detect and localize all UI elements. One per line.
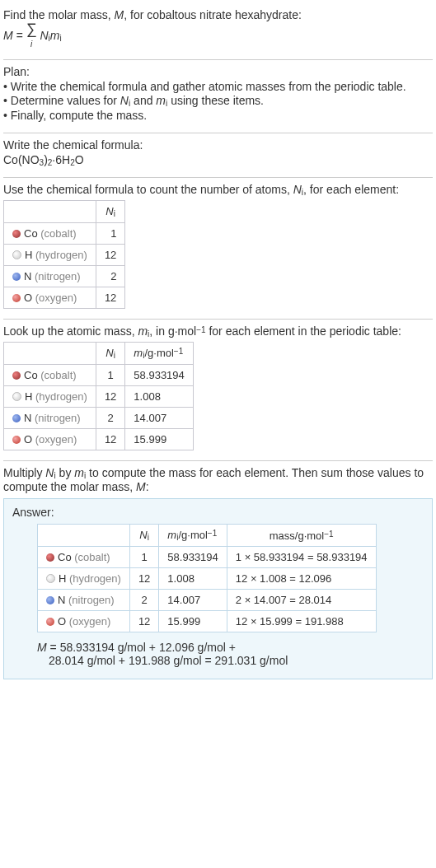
mass-cell: 1 × 58.933194 = 58.933194 <box>227 547 376 568</box>
table-row: H (hydrogen) 12 1.008 12 × 1.008 = 12.09… <box>38 568 377 590</box>
plan-list: • Write the chemical formula and gather … <box>3 80 433 122</box>
mass-section: Look up the atomic mass, mi, in g·mol−1 … <box>3 320 433 461</box>
el-name: (cobalt) <box>40 369 76 381</box>
multiply-line: Multiply Ni by mi to compute the mass fo… <box>3 466 433 493</box>
element-cell: N (nitrogen) <box>4 408 96 429</box>
plan-item2-pre: • Determine values for <box>3 94 120 107</box>
sigma-symbol: ∑ <box>26 21 37 37</box>
plan-item: • Finally, compute the mass. <box>3 109 433 122</box>
intro-rhs: Nimi <box>40 29 61 42</box>
el-sym: Co <box>58 551 72 563</box>
ans-h-blank <box>38 525 130 547</box>
h-N: N <box>105 205 113 217</box>
atom-icon <box>46 574 55 583</box>
n-cell: 2 <box>96 408 124 429</box>
mh-m: m <box>134 347 143 359</box>
ah-N: N <box>139 529 147 541</box>
ans-Ml2: 28.014 g/mol + 191.988 g/mol = 291.031 g… <box>49 654 288 667</box>
el-sym: H <box>25 249 32 261</box>
element-cell: H (hydrogen) <box>38 568 130 590</box>
m-cell: 58.933194 <box>125 365 193 386</box>
chem-title: Write the chemical formula: <box>3 138 433 152</box>
el-sym: N <box>24 412 31 424</box>
mass-table: Ni mi/g·mol−1 Co (cobalt) 1 58.933194 H … <box>3 342 194 450</box>
intro-N: N <box>40 29 48 42</box>
el-sym: O <box>24 292 32 304</box>
element-cell: O (oxygen) <box>38 611 130 632</box>
mass-h-mi: mi/g·mol−1 <box>125 343 193 365</box>
el-name: (hydrogen) <box>35 249 87 261</box>
ans-h-mi: mi/g·mol−1 <box>159 525 227 547</box>
plan-item: • Determine values for Ni and mi using t… <box>3 94 433 108</box>
chem-f1: Co(NO <box>3 153 40 166</box>
ans-h-Ni: Ni <box>129 525 158 547</box>
n-cell: 2 <box>96 266 124 287</box>
sigma-icon: ∑i <box>26 23 37 49</box>
element-cell: O (oxygen) <box>4 287 96 309</box>
mass-h-blank <box>4 343 96 365</box>
m-cell: 15.999 <box>125 429 193 450</box>
el-name: (cobalt) <box>74 551 110 563</box>
table-row: O (oxygen) 12 15.999 12 × 15.999 = 191.9… <box>38 611 377 632</box>
el-name: (nitrogen) <box>68 594 115 606</box>
table-row: Co (cobalt) 1 <box>4 223 125 245</box>
mass-title: Look up the atomic mass, mi, in g·mol−1 … <box>3 324 433 338</box>
answer-section: Multiply Ni by mi to compute the mass fo… <box>3 461 433 689</box>
sigma-index: i <box>30 40 32 49</box>
element-cell: Co (cobalt) <box>38 547 130 568</box>
atom-icon <box>12 371 21 380</box>
count-title-b: , for each element: <box>303 183 399 196</box>
mult-N: N <box>45 466 54 479</box>
el-name: (oxygen) <box>35 292 77 304</box>
intro-m: m <box>50 29 60 42</box>
count-N: N <box>293 183 302 196</box>
chem-formula: Co(NO3)2·6H2O <box>3 153 433 167</box>
el-sym: H <box>59 572 66 585</box>
el-sym: O <box>24 433 32 446</box>
mult-Ni: Ni <box>45 466 55 479</box>
chem-f3: ·6H <box>52 153 70 166</box>
m-cell: 58.933194 <box>159 547 227 568</box>
atom-icon <box>12 414 21 422</box>
mult-mi: mi <box>74 466 86 479</box>
table-row: Ni mi/g·mol−1 mass/g·mol−1 <box>38 525 377 547</box>
answer-table: Ni mi/g·mol−1 mass/g·mol−1 Co (cobalt) 1… <box>37 524 377 632</box>
mass-title-c: for each element in the periodic table: <box>206 324 401 338</box>
atom-icon <box>12 230 21 238</box>
m-cell: 15.999 <box>159 611 227 632</box>
n-cell: 12 <box>129 568 158 590</box>
ans-M: M <box>37 641 47 654</box>
mult-M: M <box>136 480 146 493</box>
element-cell: Co (cobalt) <box>4 365 96 386</box>
chem-section: Write the chemical formula: Co(NO3)2·6H2… <box>3 133 433 178</box>
ah-mass: mass/g·mol <box>270 530 324 542</box>
el-name: (nitrogen) <box>35 412 81 424</box>
table-row: Ni <box>4 201 125 223</box>
mh-sup: −1 <box>174 347 183 356</box>
el-sym: H <box>25 390 32 403</box>
intro-line: Find the molar mass, M, for cobaltous ni… <box>3 8 433 21</box>
plan-item2-post: using these items. <box>167 94 264 107</box>
atom-icon <box>46 553 54 562</box>
intro-text-b: , for cobaltous nitrate hexahydrate: <box>124 8 302 21</box>
mult-d: : <box>146 480 149 493</box>
element-cell: H (hydrogen) <box>4 245 96 266</box>
intro-section: Find the molar mass, M, for cobaltous ni… <box>3 3 433 60</box>
el-sym: N <box>58 594 65 606</box>
ah-unit: /g·mol <box>178 529 207 541</box>
m-cell: 14.007 <box>125 408 193 429</box>
mass-cell: 12 × 15.999 = 191.988 <box>227 611 376 632</box>
mh-unit: /g·mol <box>144 347 173 359</box>
mass-title-b: , in g·mol <box>149 324 196 338</box>
mult-m: m <box>74 466 84 479</box>
count-h-blank <box>4 201 96 223</box>
el-name: (nitrogen) <box>35 270 81 282</box>
intro-m-sub: i <box>59 34 61 43</box>
atom-icon <box>12 436 21 444</box>
ah-sup: −1 <box>208 529 217 538</box>
mass-sup: −1 <box>196 325 205 334</box>
plan-N: N <box>120 94 129 107</box>
ah-N-sub: i <box>148 533 149 542</box>
n-cell: 12 <box>129 611 158 632</box>
el-sym: O <box>58 615 66 628</box>
